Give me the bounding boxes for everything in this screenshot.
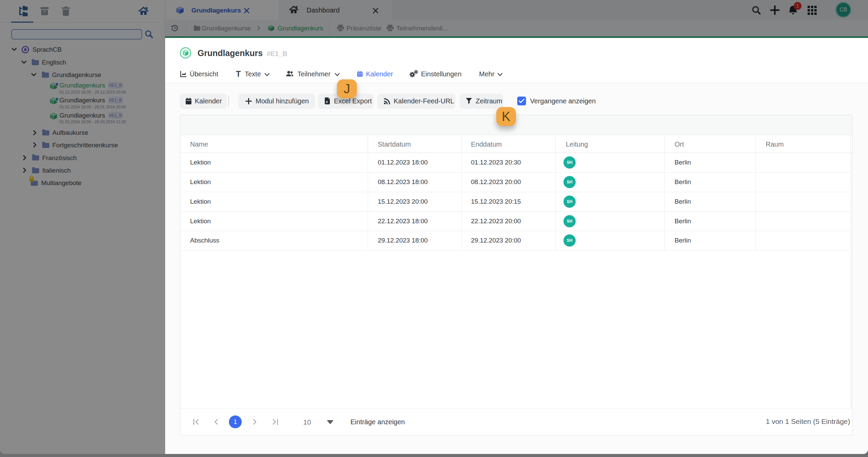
svg-text:x: x [326,100,328,104]
